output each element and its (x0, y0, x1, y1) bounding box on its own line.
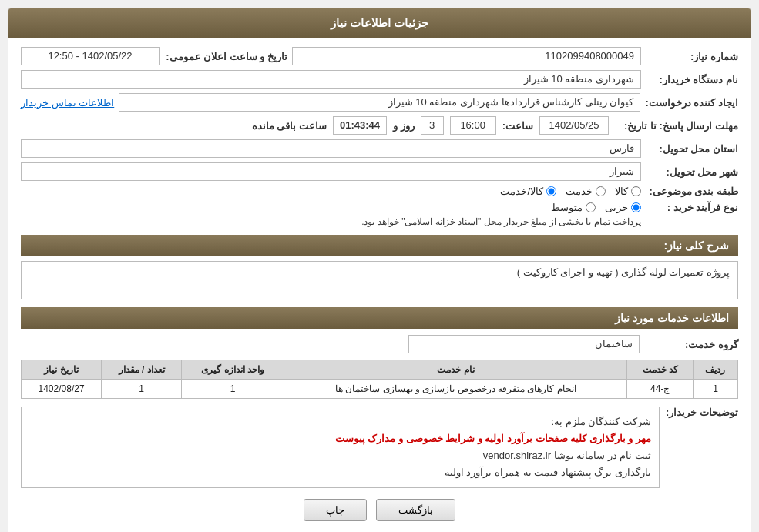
tozihat-label: توضیحات خریدار: (666, 407, 738, 418)
tozihat-line2: مهر و بارگذاری کلیه صفحات برآورد اولیه و… (335, 433, 651, 444)
cell-nam: انجام کارهای متفرقه درخصوص بازسازی و بهس… (284, 380, 627, 399)
cell-kod: ج-44 (627, 380, 694, 399)
col-radif: ردیف (693, 360, 737, 380)
farayand-note: پرداخت تمام یا بخشی از مبلغ خریدار محل "… (361, 216, 641, 227)
col-vahed: واحد اندازه گیری (182, 360, 284, 380)
bazgasht-button[interactable]: بازگشت (376, 499, 455, 521)
table-row: 1 ج-44 انجام کارهای متفرقه درخصوص بازساز… (22, 380, 738, 399)
radio-motawaset[interactable]: متوسط (551, 202, 596, 213)
tozihat-content: شرکت کنندگان ملزم به: مهر و بارگذاری کلی… (21, 407, 660, 488)
sharh-section-header: شرح کلی نیاز: (21, 235, 738, 256)
mohlat-countdown-label: ساعت باقی مانده (252, 120, 327, 132)
ettelaat-section-header: اطلاعات خدمات مورد نیاز (21, 307, 738, 329)
shomara-niaz-value: 1102099408000049 (292, 47, 641, 65)
button-row: بازگشت چاپ (21, 499, 738, 527)
shahr-value: شیراز (21, 162, 641, 181)
tabaqe-radio-group: کالا خدمت کالا/خدمت (500, 186, 641, 197)
noye-farayand-label: نوع فرآیند خرید : (646, 202, 738, 213)
col-kod: کد خدمت (627, 360, 694, 380)
chap-button[interactable]: چاپ (304, 499, 367, 521)
mohlat-date: 1402/05/25 (539, 116, 609, 135)
tozihat-line1: شرکت کنندگان ملزم به: (552, 416, 651, 427)
sharh-value: پروژه تعمیرات لوله گذاری ( تهیه و اجرای … (21, 261, 738, 299)
shahr-label: شهر محل تحویل: (646, 166, 738, 178)
gorohe-khadamat-value: ساختمان (408, 335, 640, 353)
mohlat-saat-label: ساعت: (502, 120, 533, 132)
mohlat-roz: 3 (421, 116, 444, 135)
radio-khadamat[interactable]: خدمت (566, 186, 606, 197)
tamas-kharidaar-link[interactable]: اطلاعات تماس خریدار (21, 97, 114, 109)
page-title: جزئیات اطلاعات نیاز (8, 8, 751, 38)
cell-tedad: 1 (102, 380, 182, 399)
tarikh-label: تاریخ و ساعت اعلان عمومی: (164, 51, 287, 62)
nam-dastgah-value: شهرداری منطقه 10 شیراز (21, 70, 641, 89)
tabaqe-label: طبقه بندی موضوعی: (646, 186, 738, 197)
farayand-radio-group: جزیی متوسط (361, 202, 641, 213)
radio-jozi[interactable]: جزیی (605, 202, 641, 213)
nam-dastgah-label: نام دستگاه خریدار: (646, 74, 738, 85)
tozihat-line3: ثبت نام در سامانه بوشا vendor.shiraz.ir (483, 450, 651, 461)
gorohe-khadamat-label: گروه خدمت: (646, 339, 738, 350)
radio-kala-khadamat[interactable]: کالا/خدمت (500, 186, 556, 197)
tarikh-value: 1402/05/22 - 12:50 (21, 47, 160, 65)
services-table: ردیف کد خدمت نام خدمت واحد اندازه گیری ت… (21, 360, 738, 399)
cell-vahed: 1 (182, 380, 284, 399)
cell-radif: 1 (693, 380, 737, 399)
ostan-label: استان محل تحویل: (646, 143, 738, 155)
col-nam: نام خدمت (284, 360, 627, 380)
col-tedad: تعداد / مقدار (102, 360, 182, 380)
mohlat-label: مهلت ارسال پاسخ: تا تاریخ: (615, 120, 738, 132)
cell-tarikh: 1402/08/27 (22, 380, 102, 399)
ostan-value: فارس (21, 139, 641, 158)
mohlat-saat: 16:00 (450, 116, 496, 135)
shomara-niaz-label: شماره نیاز: (646, 51, 738, 62)
radio-kala[interactable]: کالا (615, 186, 641, 197)
ijad-konande-value: کیوان زینلی کارشناس قراردادها شهرداری من… (119, 93, 640, 112)
ijad-konande-label: ایجاد کننده درخواست: (645, 97, 738, 109)
tozihat-line4: بارگذاری برگ پیشنهاد قیمت به همراه برآور… (445, 467, 651, 478)
col-tarikh: تاریخ نیاز (22, 360, 102, 380)
mohlat-countdown: 01:43:44 (333, 116, 387, 135)
mohlat-roz-label: روز و (393, 120, 415, 132)
